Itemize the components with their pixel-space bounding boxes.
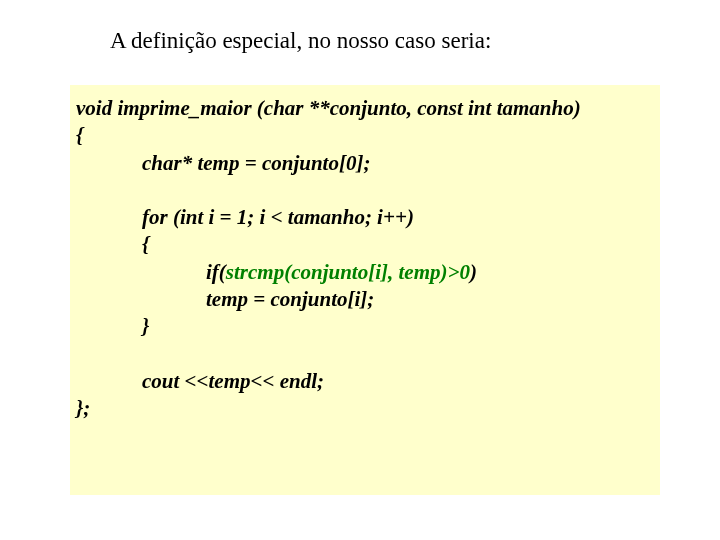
slide: A definição especial, no nosso caso seri…	[0, 0, 720, 540]
code-for-head: for (int i = 1; i < tamanho; i++)	[76, 204, 654, 231]
code-close-brace: };	[76, 396, 90, 420]
code-if-post: )	[470, 260, 477, 284]
code-signature: void imprime_maior (char **conjunto, con…	[76, 96, 581, 120]
code-declaration: char* temp = conjunto[0];	[76, 150, 654, 177]
code-block: void imprime_maior (char **conjunto, con…	[70, 85, 660, 495]
code-if-cond: strcmp(conjunto[i], temp)>0	[226, 260, 470, 284]
slide-title: A definição especial, no nosso caso seri…	[110, 28, 491, 54]
code-for-open: {	[76, 231, 654, 258]
code-if-line: if(strcmp(conjunto[i], temp)>0)	[76, 259, 654, 286]
code-if-pre: if(	[206, 260, 226, 284]
code-for-close: }	[76, 313, 654, 340]
code-open-brace: {	[76, 123, 83, 147]
code-cout: cout <<temp<< endl;	[76, 368, 654, 395]
code-assign: temp = conjunto[i];	[76, 286, 654, 313]
